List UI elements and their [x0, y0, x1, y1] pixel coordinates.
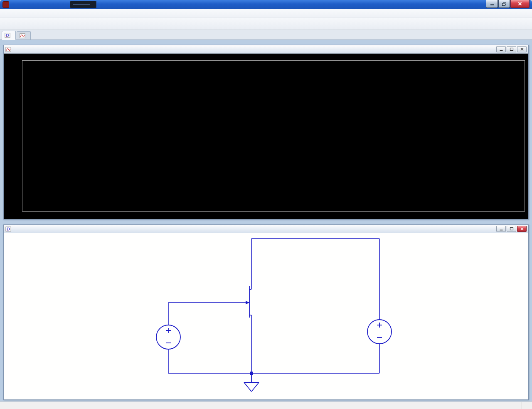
schematic-file-icon: [5, 32, 10, 38]
waveform-window: [3, 45, 529, 219]
close-button[interactable]: [510, 0, 530, 8]
maximize-icon: [510, 227, 514, 231]
waveform-window-icon: [5, 47, 11, 52]
statusbar: [0, 402, 532, 409]
minimize-button[interactable]: [486, 0, 498, 8]
toolbar: [0, 17, 532, 30]
y-axis[interactable]: [4, 60, 22, 212]
menu-help[interactable]: [43, 12, 49, 14]
mdi-workspace: [0, 40, 532, 402]
v2-symbol[interactable]: [367, 320, 392, 344]
maximize-icon: [510, 47, 514, 51]
schem-close-button[interactable]: [517, 226, 527, 232]
schematic-window-icon: [5, 226, 11, 232]
menubar: [0, 9, 532, 17]
schematic-window: [3, 224, 529, 400]
gate-arrow: [246, 301, 249, 305]
close-icon: [517, 2, 522, 6]
close-icon: [520, 227, 524, 231]
plus-sign: [377, 323, 382, 328]
wave-maximize-button[interactable]: [507, 46, 516, 52]
menu-hierarchy[interactable]: [14, 12, 20, 14]
background-window-artifact: [70, 1, 96, 8]
menu-file[interactable]: [2, 12, 8, 14]
minimize-icon: [499, 48, 503, 51]
schem-maximize-button[interactable]: [507, 226, 516, 232]
menu-window[interactable]: [37, 12, 43, 14]
waveform-window-titlebar[interactable]: [4, 45, 528, 54]
tab-cougar-raw[interactable]: [17, 31, 31, 39]
schem-minimize-button[interactable]: [496, 226, 506, 232]
minimize-icon: [499, 227, 503, 231]
schematic-canvas[interactable]: [4, 233, 528, 399]
menu-view[interactable]: [20, 12, 26, 14]
menu-tools[interactable]: [32, 12, 37, 14]
v1-symbol[interactable]: [156, 325, 180, 349]
ground-symbol[interactable]: [244, 373, 259, 392]
tab-cougar-asc[interactable]: [2, 31, 16, 40]
x-axis[interactable]: [22, 212, 525, 219]
wave-close-button[interactable]: [517, 46, 527, 52]
jfet-symbol[interactable]: [246, 286, 251, 318]
wire-junction[interactable]: [250, 372, 253, 375]
waveform-file-icon: [20, 33, 25, 39]
close-icon: [520, 47, 524, 51]
minimize-icon: [490, 2, 495, 6]
menu-simulate[interactable]: [26, 12, 32, 14]
schematic-window-titlebar[interactable]: [4, 225, 528, 233]
wave-minimize-button[interactable]: [496, 46, 506, 52]
waveform-pane[interactable]: [4, 54, 528, 219]
restore-button[interactable]: [498, 0, 510, 8]
menu-edit[interactable]: [8, 12, 14, 14]
plot-area[interactable]: [22, 60, 525, 212]
ltspice-logo-icon: [2, 1, 9, 8]
titlebar[interactable]: [0, 0, 532, 9]
plus-sign: [166, 328, 171, 333]
restore-icon: [502, 2, 507, 6]
wires[interactable]: [168, 239, 379, 373]
document-tabbar: [0, 30, 532, 40]
status-mode: [522, 402, 532, 409]
